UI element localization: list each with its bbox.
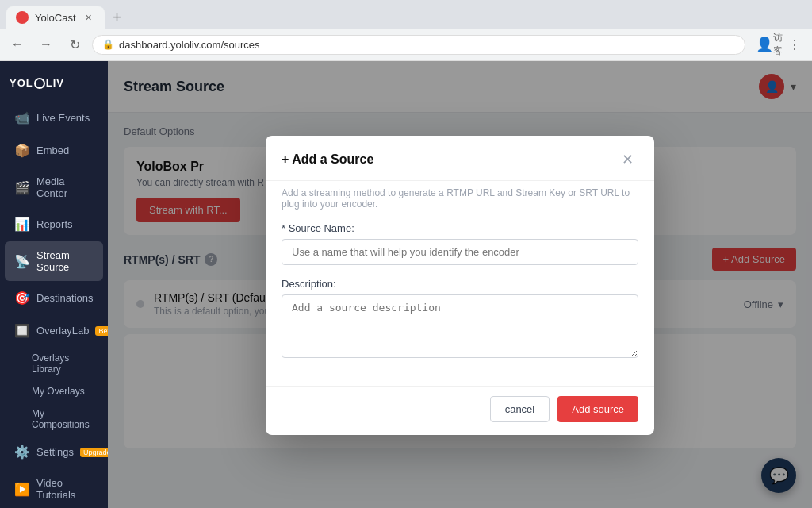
destinations-icon: 🎯 xyxy=(14,291,30,306)
media-center-icon: 🎬 xyxy=(14,180,30,195)
back-button[interactable]: ← xyxy=(6,33,29,56)
modal-overlay: + Add a Source ✕ Add a streaming method … xyxy=(108,61,812,508)
sidebar-item-live-events-label: Live Events xyxy=(36,112,90,124)
sidebar-logo: YOL LIV xyxy=(0,71,108,102)
overlaylab-icon: 🔲 xyxy=(14,323,30,338)
browser-actions: 👤 访客 ⋮ xyxy=(758,33,806,56)
stream-source-icon: 📡 xyxy=(14,254,30,269)
sidebar-subitem-overlays-library[interactable]: Overlays Library xyxy=(6,347,108,380)
modal-footer: cancel Add source xyxy=(266,386,654,435)
profile-button[interactable]: 👤 访客 xyxy=(758,33,780,56)
browser-chrome: YoloCast ✕ + ← → ↻ 🔒 dashboard.yololiv.c… xyxy=(0,0,812,61)
modal-body: * Source Name: Description: xyxy=(266,222,654,386)
sidebar-item-media-center-label: Media Center xyxy=(36,175,94,199)
source-name-input[interactable] xyxy=(282,239,638,265)
add-source-submit-button[interactable]: Add source xyxy=(557,396,638,422)
address-input[interactable]: 🔒 dashboard.yololiv.com/sources xyxy=(92,35,745,55)
reports-icon: 📊 xyxy=(14,217,30,232)
sidebar: YOL LIV 📹 Live Events 📦 Embed 🎬 Media Ce… xyxy=(0,61,108,508)
app-layout: YOL LIV 📹 Live Events 📦 Embed 🎬 Media Ce… xyxy=(0,61,812,508)
tab-bar: YoloCast ✕ + xyxy=(0,0,812,29)
modal-close-button[interactable]: ✕ xyxy=(616,148,638,171)
sidebar-item-live-events[interactable]: 📹 Live Events xyxy=(5,102,103,133)
menu-button[interactable]: ⋮ xyxy=(783,33,806,56)
profile-label: 访客 xyxy=(773,31,783,58)
sidebar-item-video-tutorials[interactable]: ▶️ Video Tutorials xyxy=(5,469,103,508)
tab-title: YoloCast xyxy=(35,12,76,24)
sidebar-item-overlaylab[interactable]: 🔲 OverlayLab Beta ▲ xyxy=(5,315,103,346)
lock-icon: 🔒 xyxy=(102,39,114,50)
sidebar-subitem-my-compositions[interactable]: My Compositions xyxy=(6,402,108,436)
refresh-button[interactable]: ↻ xyxy=(63,33,86,56)
sidebar-item-reports-label: Reports xyxy=(36,218,73,230)
sidebar-item-destinations-label: Destinations xyxy=(36,292,94,304)
sidebar-item-stream-source-label: Stream Source xyxy=(36,249,94,273)
video-tutorials-icon: ▶️ xyxy=(14,482,30,497)
sidebar-subitem-my-overlays[interactable]: My Overlays xyxy=(6,380,108,402)
url-text: dashboard.yololiv.com/sources xyxy=(119,39,260,51)
description-textarea[interactable] xyxy=(282,294,638,358)
address-bar: ← → ↻ 🔒 dashboard.yololiv.com/sources 👤 … xyxy=(0,29,812,60)
sidebar-item-stream-source[interactable]: 📡 Stream Source xyxy=(5,241,103,281)
profile-icon: 👤 xyxy=(756,36,773,53)
overlaylab-submenu: Overlays Library My Overlays My Composit… xyxy=(0,347,108,436)
sidebar-item-overlaylab-label: OverlayLab xyxy=(36,325,89,337)
sidebar-item-reports[interactable]: 📊 Reports xyxy=(5,209,103,240)
settings-icon: ⚙️ xyxy=(14,444,30,460)
main-content: Stream Source 👤 ▾ Default Options YoloBo… xyxy=(108,61,812,508)
live-events-icon: 📹 xyxy=(14,110,30,125)
sidebar-item-video-tutorials-label: Video Tutorials xyxy=(36,477,94,501)
modal-subtitle: Add a streaming method to generate a RTM… xyxy=(266,181,654,222)
forward-button[interactable]: → xyxy=(35,33,57,56)
logo-circle-icon xyxy=(34,78,45,89)
description-group: Description: xyxy=(282,278,638,360)
sidebar-item-settings[interactable]: ⚙️ Settings Upgrade xyxy=(5,437,103,468)
sidebar-item-embed[interactable]: 📦 Embed xyxy=(5,135,103,166)
sidebar-item-settings-label: Settings xyxy=(36,446,74,458)
source-name-label: * Source Name: xyxy=(282,222,638,234)
modal-title: + Add a Source xyxy=(282,152,373,167)
modal-header: + Add a Source ✕ xyxy=(266,136,654,181)
add-source-modal: + Add a Source ✕ Add a streaming method … xyxy=(266,136,654,435)
sidebar-item-destinations[interactable]: 🎯 Destinations xyxy=(5,283,103,314)
tab-close-button[interactable]: ✕ xyxy=(82,11,95,24)
sidebar-item-media-center[interactable]: 🎬 Media Center xyxy=(5,167,103,207)
sidebar-item-embed-label: Embed xyxy=(36,144,69,156)
tab-favicon xyxy=(16,11,29,24)
active-tab[interactable]: YoloCast ✕ xyxy=(6,6,105,29)
embed-icon: 📦 xyxy=(14,143,30,158)
source-name-group: * Source Name: xyxy=(282,222,638,265)
cancel-button[interactable]: cancel xyxy=(490,396,550,422)
new-tab-button[interactable]: + xyxy=(108,8,127,27)
description-label: Description: xyxy=(282,278,638,290)
